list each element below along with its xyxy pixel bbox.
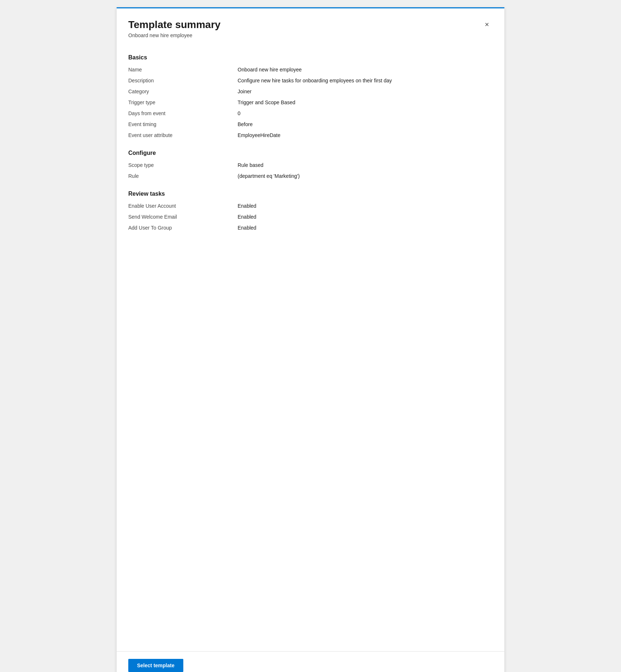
- field-value-description: Configure new hire tasks for onboarding …: [238, 78, 493, 83]
- field-label-scope-type: Scope type: [128, 162, 238, 168]
- field-label-send-welcome-email: Send Welcome Email: [128, 214, 238, 220]
- field-row-add-user-to-group: Add User To Group Enabled: [128, 225, 493, 231]
- review-tasks-section: Review tasks Enable User Account Enabled…: [128, 191, 493, 231]
- field-row-send-welcome-email: Send Welcome Email Enabled: [128, 214, 493, 220]
- field-value-name: Onboard new hire employee: [238, 67, 493, 73]
- field-label-rule: Rule: [128, 173, 238, 179]
- panel-header: Template summary Onboard new hire employ…: [117, 8, 504, 46]
- field-label-trigger-type: Trigger type: [128, 99, 238, 105]
- field-row-description: Description Configure new hire tasks for…: [128, 78, 493, 83]
- close-button[interactable]: ×: [481, 19, 493, 30]
- field-row-name: Name Onboard new hire employee: [128, 67, 493, 73]
- field-value-add-user-to-group: Enabled: [238, 225, 493, 231]
- template-summary-panel: Template summary Onboard new hire employ…: [117, 7, 504, 672]
- field-label-add-user-to-group: Add User To Group: [128, 225, 238, 231]
- field-label-name: Name: [128, 67, 238, 73]
- panel-subtitle: Onboard new hire employee: [128, 32, 220, 38]
- field-label-description: Description: [128, 78, 238, 83]
- field-value-event-user-attribute: EmployeeHireDate: [238, 132, 493, 138]
- configure-section: Configure Scope type Rule based Rule (de…: [128, 150, 493, 179]
- field-label-category: Category: [128, 89, 238, 94]
- field-value-enable-user-account: Enabled: [238, 203, 493, 209]
- field-value-category: Joiner: [238, 89, 493, 94]
- field-row-enable-user-account: Enable User Account Enabled: [128, 203, 493, 209]
- panel-content: Basics Name Onboard new hire employee De…: [117, 46, 504, 651]
- field-label-event-user-attribute: Event user attribute: [128, 132, 238, 138]
- panel-footer: Select template: [117, 651, 504, 672]
- field-value-rule: (department eq 'Marketing'): [238, 173, 493, 179]
- configure-section-title: Configure: [128, 150, 493, 156]
- field-label-event-timing: Event timing: [128, 121, 238, 127]
- header-text-group: Template summary Onboard new hire employ…: [128, 19, 220, 38]
- field-value-days-from-event: 0: [238, 110, 493, 116]
- field-value-send-welcome-email: Enabled: [238, 214, 493, 220]
- field-row-rule: Rule (department eq 'Marketing'): [128, 173, 493, 179]
- field-value-trigger-type: Trigger and Scope Based: [238, 99, 493, 105]
- basics-section: Basics Name Onboard new hire employee De…: [128, 54, 493, 138]
- field-row-trigger-type: Trigger type Trigger and Scope Based: [128, 99, 493, 105]
- field-value-scope-type: Rule based: [238, 162, 493, 168]
- basics-section-title: Basics: [128, 54, 493, 61]
- close-icon: ×: [485, 21, 489, 28]
- field-label-enable-user-account: Enable User Account: [128, 203, 238, 209]
- select-template-button[interactable]: Select template: [128, 659, 183, 672]
- field-row-days-from-event: Days from event 0: [128, 110, 493, 116]
- field-row-scope-type: Scope type Rule based: [128, 162, 493, 168]
- field-row-event-user-attribute: Event user attribute EmployeeHireDate: [128, 132, 493, 138]
- field-row-event-timing: Event timing Before: [128, 121, 493, 127]
- field-value-event-timing: Before: [238, 121, 493, 127]
- field-row-category: Category Joiner: [128, 89, 493, 94]
- review-tasks-section-title: Review tasks: [128, 191, 493, 197]
- panel-title: Template summary: [128, 19, 220, 31]
- field-label-days-from-event: Days from event: [128, 110, 238, 116]
